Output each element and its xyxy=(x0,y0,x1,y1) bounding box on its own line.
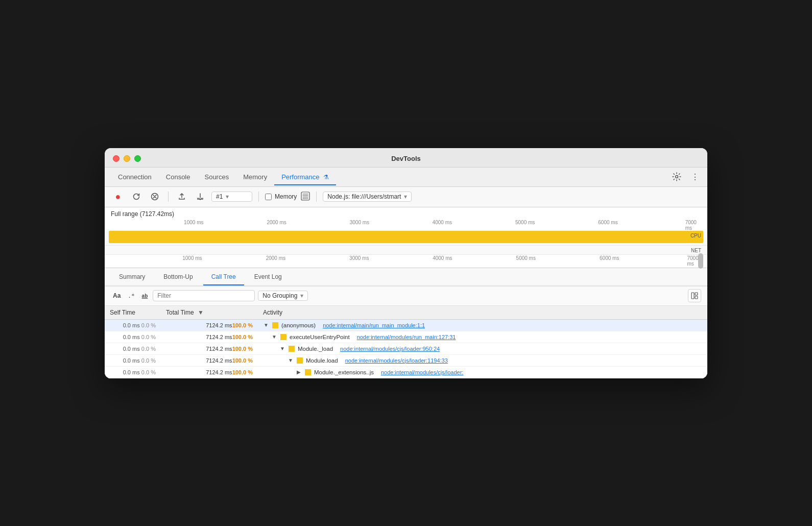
header-activity: Activity xyxy=(258,306,707,320)
table-row[interactable]: 0.0 ms 0.0 %7124.2 ms100.0 % ▶ Module._e… xyxy=(105,366,707,378)
svg-rect-5 xyxy=(695,296,698,299)
toolbar: ● #1 ▾ xyxy=(105,187,707,207)
panel-layout-button[interactable] xyxy=(688,289,701,302)
flame-icon[interactable] xyxy=(301,192,310,202)
memory-checkbox-input[interactable] xyxy=(265,194,272,200)
tick-4000: 4000 ms xyxy=(433,220,452,225)
tick2-3000: 3000 ms xyxy=(349,255,369,261)
tick2-1000: 1000 ms xyxy=(182,255,202,261)
separator-2 xyxy=(258,192,259,202)
cpu-label: CPU xyxy=(690,233,701,238)
tab-performance[interactable]: Performance ⚗ xyxy=(274,169,336,185)
activity-cell: ▼ Module.load node:internal/modules/cjs/… xyxy=(258,354,707,366)
scroll-thumb[interactable] xyxy=(698,253,703,269)
subtab-summary[interactable]: Summary xyxy=(111,269,153,284)
tab-console[interactable]: Console xyxy=(159,169,198,185)
tab-sources[interactable]: Sources xyxy=(197,169,236,185)
tick2-6000: 6000 ms xyxy=(600,255,619,261)
activity-link[interactable]: node:internal/modules/cjs/loader: xyxy=(381,369,463,375)
activity-link[interactable]: node:internal/modules/run_main:127:31 xyxy=(357,334,456,340)
cpu-bar-container: CPU xyxy=(105,231,707,245)
tick-1000: 1000 ms xyxy=(184,220,203,225)
svg-rect-3 xyxy=(691,293,694,299)
tick2-7000: 7000 ms xyxy=(687,255,699,267)
activity-cell: ▼ executeUserEntryPoint node:internal/mo… xyxy=(258,331,707,343)
filter-bar: Aa .* ab No Grouping ▾ xyxy=(105,286,707,306)
expand-arrow-icon[interactable]: ▼ xyxy=(288,357,294,363)
window-title: DevTools xyxy=(391,155,421,162)
upload-button[interactable] xyxy=(175,189,189,204)
activity-icon xyxy=(280,334,286,340)
expand-arrow-icon[interactable]: ▼ xyxy=(263,322,269,328)
clear-button[interactable] xyxy=(148,189,162,204)
activity-name: executeUserEntryPoint xyxy=(290,334,350,340)
record-button[interactable]: ● xyxy=(111,189,125,204)
tab-memory[interactable]: Memory xyxy=(236,169,274,185)
time-ruler-top: 1000 ms 2000 ms 3000 ms 4000 ms 5000 ms … xyxy=(105,220,707,231)
tick-5000: 5000 ms xyxy=(515,220,535,225)
activity-link[interactable]: node:internal/modules/cjs/loader:1194:33 xyxy=(345,357,448,364)
filter-input[interactable] xyxy=(153,290,255,301)
tabs-bar: Connection Console Sources Memory Perfor… xyxy=(105,168,707,187)
time-ruler-bottom: 1000 ms 2000 ms 3000 ms 4000 ms 5000 ms … xyxy=(105,254,707,268)
total-time-cell: 7124.2 ms100.0 % xyxy=(161,343,258,354)
regex-button[interactable]: .* xyxy=(126,292,136,300)
table-row[interactable]: 0.0 ms 0.0 %7124.2 ms100.0 % ▼ Module._l… xyxy=(105,343,707,354)
tick2-2000: 2000 ms xyxy=(266,255,285,261)
settings-icon[interactable] xyxy=(671,171,683,183)
svg-rect-4 xyxy=(695,293,698,295)
tick-7000: 7000 ms xyxy=(685,220,697,231)
tick-2000: 2000 ms xyxy=(267,220,286,225)
expand-arrow-icon[interactable]: ▶ xyxy=(296,369,302,375)
memory-checkbox[interactable]: Memory xyxy=(265,193,297,200)
tabs-actions: ⋮ xyxy=(671,171,701,183)
activity-link[interactable]: node:internal/main/run_main_module:1:1 xyxy=(323,322,425,328)
activity-icon xyxy=(297,357,303,364)
subtab-bottom-up[interactable]: Bottom-Up xyxy=(155,269,201,284)
activity-icon xyxy=(289,346,295,352)
table-row[interactable]: 0.0 ms 0.0 %7124.2 ms100.0 % ▼ (anonymou… xyxy=(105,319,707,331)
maximize-button[interactable] xyxy=(134,155,141,162)
reload-button[interactable] xyxy=(129,189,144,204)
expand-arrow-icon[interactable]: ▼ xyxy=(271,334,277,340)
subtabs-bar: Summary Bottom-Up Call Tree Event Log xyxy=(105,268,707,286)
net-label: NET xyxy=(691,248,701,253)
separator-3 xyxy=(316,192,317,202)
table-row[interactable]: 0.0 ms 0.0 %7124.2 ms100.0 % ▼ executeUs… xyxy=(105,331,707,343)
performance-icon: ⚗ xyxy=(323,174,329,181)
devtools-window: DevTools Connection Console Sources Memo… xyxy=(105,148,707,378)
activity-link[interactable]: node:internal/modules/cjs/loader:950:24 xyxy=(340,346,440,352)
sort-arrow-icon: ▼ xyxy=(198,309,204,316)
call-tree-table: Self Time Total Time ▼ Activity 0.0 ms 0… xyxy=(105,306,707,378)
subtab-event-log[interactable]: Event Log xyxy=(246,269,290,284)
self-time-cell: 0.0 ms 0.0 % xyxy=(105,354,161,366)
svg-rect-2 xyxy=(301,192,309,200)
activity-name: Module._load xyxy=(298,346,333,352)
expand-arrow-icon[interactable]: ▼ xyxy=(279,346,285,351)
node-selector[interactable]: Node.js: file:///Users/stmart ▾ xyxy=(323,192,412,202)
total-time-cell: 7124.2 ms100.0 % xyxy=(161,366,258,378)
svg-point-0 xyxy=(676,176,678,178)
separator-1 xyxy=(168,192,169,202)
recording-selector[interactable]: #1 ▾ xyxy=(211,192,252,202)
total-time-cell: 7124.2 ms100.0 % xyxy=(161,331,258,343)
cpu-bar xyxy=(109,231,703,243)
table-row[interactable]: 0.0 ms 0.0 %7124.2 ms100.0 % ▼ Module.lo… xyxy=(105,354,707,366)
self-time-cell: 0.0 ms 0.0 % xyxy=(105,331,161,343)
subtab-call-tree[interactable]: Call Tree xyxy=(203,269,244,284)
header-total-time[interactable]: Total Time ▼ xyxy=(161,306,258,320)
activity-name: (anonymous) xyxy=(281,322,316,328)
header-self-time[interactable]: Self Time xyxy=(105,306,161,320)
tab-connection[interactable]: Connection xyxy=(111,169,159,185)
minimize-button[interactable] xyxy=(124,155,130,162)
timeline-area: Full range (7127.42ms) 1000 ms 2000 ms 3… xyxy=(105,207,707,268)
grouping-chevron-icon: ▾ xyxy=(300,292,303,299)
close-button[interactable] xyxy=(113,155,120,162)
chevron-down-icon: ▾ xyxy=(226,193,229,200)
whole-word-button[interactable]: ab xyxy=(140,292,150,300)
grouping-select[interactable]: No Grouping ▾ xyxy=(258,291,308,301)
download-button[interactable] xyxy=(193,189,207,204)
tick2-4000: 4000 ms xyxy=(433,255,452,261)
case-sensitive-button[interactable]: Aa xyxy=(111,291,123,300)
more-options-icon[interactable]: ⋮ xyxy=(689,171,701,183)
